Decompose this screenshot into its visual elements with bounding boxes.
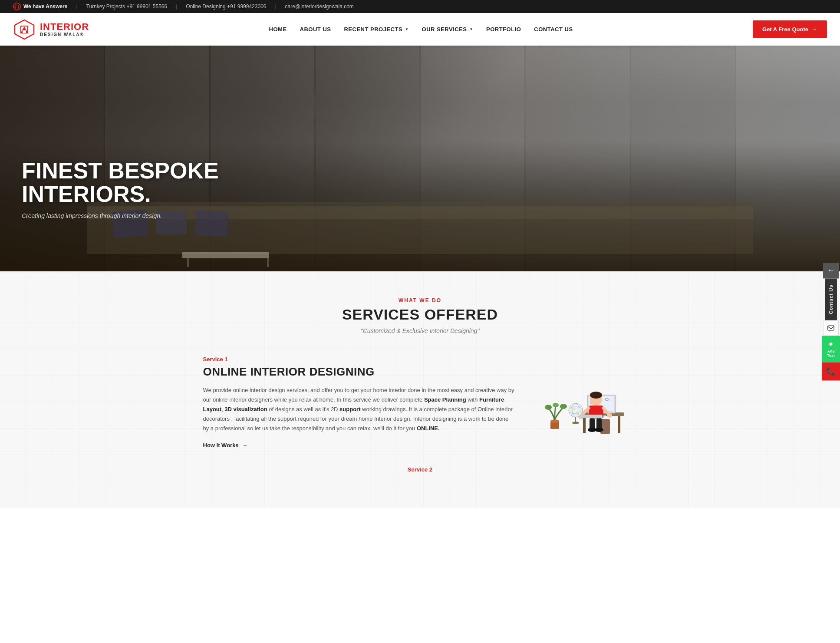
- svg-point-33: [569, 403, 583, 417]
- nav-services[interactable]: OUR SERVICES ▼: [422, 26, 473, 33]
- svg-point-37: [576, 411, 580, 414]
- table-leg-left: [187, 258, 189, 267]
- services-header: WHAT WE DO SERVICES OFFERED "Customized …: [26, 297, 814, 334]
- svg-point-22: [590, 392, 602, 399]
- online-design-illustration: [537, 356, 633, 443]
- services-section: WHAT WE DO SERVICES OFFERED "Customized …: [0, 271, 840, 508]
- how-it-works-link[interactable]: How It Works →: [203, 442, 248, 448]
- service1-row: Service 1 ONLINE INTERIOR DESIGNING We p…: [203, 356, 637, 449]
- table-leg-right: [267, 258, 269, 267]
- sidebar-arrow-button[interactable]: ←: [823, 263, 839, 278]
- hero-subtitle: Creating lasting impressions through int…: [22, 212, 219, 219]
- top-bar: We have Answers | Turnkey Projects +91 9…: [0, 0, 840, 13]
- message-icon: [827, 324, 835, 332]
- logo-icon: [13, 18, 36, 41]
- svg-rect-2: [18, 7, 20, 9]
- what-we-do-label: WHAT WE DO: [26, 297, 814, 303]
- service1-number: Service 1: [203, 356, 516, 363]
- email-link[interactable]: care@interiordesignwala.com: [285, 3, 354, 10]
- logo[interactable]: INTERIOR DESIGN WALA®: [13, 18, 89, 41]
- navbar: INTERIOR DESIGN WALA® HOME ABOUT US RECE…: [0, 13, 840, 46]
- headphone-icon: [13, 3, 21, 10]
- hero-section: FINEST BESPOKE INTERIORS. Creating lasti…: [0, 46, 840, 271]
- svg-rect-1: [15, 7, 16, 9]
- services-section-title: SERVICES OFFERED: [26, 306, 814, 323]
- svg-rect-28: [579, 415, 603, 418]
- svg-rect-6: [828, 326, 834, 330]
- svg-point-39: [572, 422, 579, 424]
- svg-point-44: [553, 403, 559, 407]
- logo-text: INTERIOR DESIGN WALA®: [40, 22, 89, 37]
- nav-about[interactable]: ABOUT US: [300, 26, 331, 33]
- sidebar-contact-tab[interactable]: Contact Us: [825, 278, 837, 320]
- service1-illustration: [533, 356, 637, 443]
- hero-content: FINEST BESPOKE INTERIORS. Creating lasti…: [22, 159, 219, 219]
- service2-label: Service 2: [26, 466, 814, 473]
- nav-contact[interactable]: CONTACT US: [534, 26, 573, 33]
- svg-point-32: [595, 428, 603, 432]
- get-quote-button[interactable]: Get A Free Quote →: [753, 20, 827, 38]
- phone1-link[interactable]: Turnkey Projects +91 99901 55566: [86, 3, 168, 10]
- service1-title: ONLINE INTERIOR DESIGNING: [203, 365, 516, 379]
- svg-point-27: [607, 413, 612, 418]
- svg-rect-9: [583, 416, 586, 433]
- nav-portfolio[interactable]: PORTFOLIO: [486, 26, 521, 33]
- phone2-link[interactable]: Online Designing +91 9999423006: [186, 3, 266, 10]
- coffee-table-top: [182, 252, 269, 258]
- svg-rect-20: [600, 419, 610, 434]
- sidebar-message-icon[interactable]: [823, 320, 839, 336]
- svg-rect-10: [618, 416, 620, 433]
- nav-projects[interactable]: RECENT PROJECTS ▼: [344, 26, 408, 33]
- chevron-down-icon: ▼: [405, 27, 408, 31]
- svg-point-36: [571, 407, 576, 410]
- service1-content: Service 1 ONLINE INTERIOR DESIGNING We p…: [203, 356, 516, 449]
- svg-point-0: [13, 3, 20, 10]
- sidebar-phone-button[interactable]: 📞: [822, 362, 840, 380]
- service1-description: We provide online interior design servic…: [203, 386, 516, 433]
- sidebar-contact-widget: ← Contact Us Any Text 📞: [822, 263, 840, 380]
- svg-point-42: [545, 405, 552, 410]
- hero-title: FINEST BESPOKE INTERIORS.: [22, 159, 219, 206]
- we-have-answers-label: We have Answers: [13, 3, 67, 10]
- whatsapp-icon: [827, 340, 835, 348]
- services-subtitle: "Customized & Exclusive Interior Designi…: [26, 327, 814, 334]
- chevron-down-icon: ▼: [470, 27, 473, 31]
- sidebar-whatsapp-button[interactable]: Any Text: [822, 336, 840, 362]
- svg-point-43: [560, 404, 567, 409]
- svg-point-17: [606, 399, 608, 400]
- svg-rect-5: [23, 30, 26, 33]
- nav-home[interactable]: HOME: [269, 26, 287, 33]
- nav-links: HOME ABOUT US RECENT PROJECTS ▼ OUR SERV…: [269, 26, 573, 33]
